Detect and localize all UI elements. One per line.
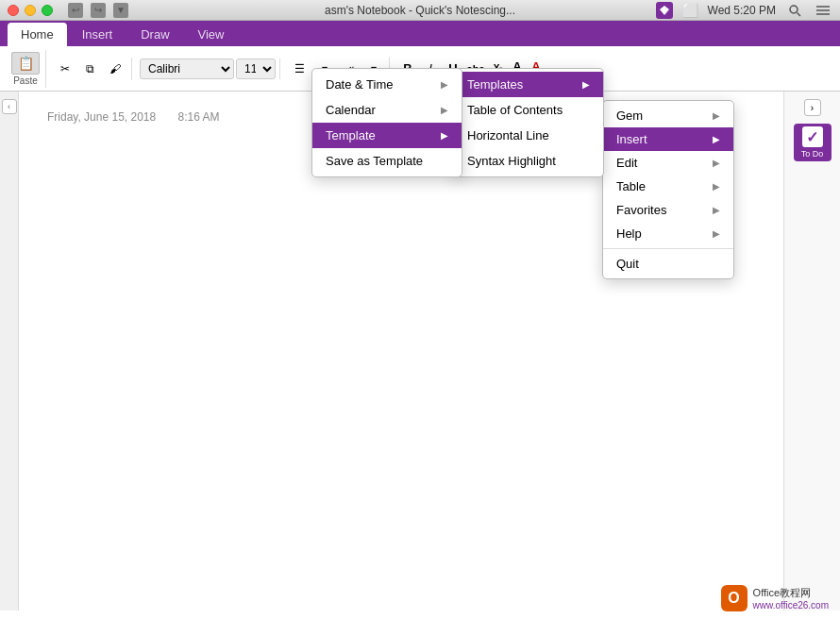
search-icon[interactable] bbox=[785, 3, 804, 18]
edit-label: Edit bbox=[616, 156, 637, 170]
ribbon-area: Home Insert Draw View bbox=[0, 21, 840, 46]
bullet-list-button[interactable]: ☰ bbox=[288, 58, 311, 80]
font-size-select[interactable]: 11 bbox=[236, 59, 276, 79]
paste-label: Paste bbox=[13, 75, 38, 86]
right-panel-toggle[interactable]: › bbox=[804, 99, 821, 116]
help-arrow-icon: ▶ bbox=[713, 228, 720, 239]
menu-item-save-as-template[interactable]: Save as Template bbox=[312, 148, 462, 174]
ribbon-tabs: Home Insert Draw View bbox=[0, 21, 840, 46]
font-family-select[interactable]: Calibri bbox=[140, 59, 234, 79]
menu-item-template[interactable]: Template ▶ bbox=[312, 123, 462, 148]
todo-label: To Do bbox=[801, 149, 824, 159]
note-date: Friday, June 15, 2018 bbox=[47, 110, 156, 124]
clipboard-group: ✂ ⧉ 🖌 bbox=[50, 58, 132, 80]
font-group: Calibri 11 bbox=[136, 59, 280, 79]
quit-label: Quit bbox=[616, 257, 639, 271]
insert-submenu[interactable]: Date & Time ▶ Calendar ▶ Template ▶ Save… bbox=[311, 68, 462, 177]
watermark-url: www.office26.com bbox=[753, 600, 829, 611]
calendar-label: Calendar bbox=[326, 103, 376, 117]
note-time: 8:16 AM bbox=[178, 110, 220, 124]
insert-label: Insert bbox=[616, 132, 647, 146]
datetime-arrow-icon: ▶ bbox=[441, 79, 448, 90]
templates-submenu[interactable]: Templates ▶ Table of Contents Horizontal… bbox=[453, 68, 604, 177]
toc-label: Table of Contents bbox=[467, 103, 563, 117]
menu-item-templates[interactable]: Templates ▶ bbox=[454, 72, 603, 97]
format-painter-button[interactable]: 🖌 bbox=[103, 58, 127, 80]
titlebar: ↩ ↪ ▼ asm's Notebook - Quick's Notescing… bbox=[0, 0, 840, 21]
watermark: O Office教程网 www.office26.com bbox=[721, 585, 829, 611]
office-icon: O bbox=[721, 585, 748, 611]
titlebar-left: ↩ ↪ ▼ bbox=[8, 3, 128, 18]
menu-item-datetime[interactable]: Date & Time ▶ bbox=[312, 72, 462, 97]
svg-marker-0 bbox=[660, 6, 669, 15]
collapse-icon[interactable]: ‹ bbox=[2, 99, 17, 114]
gem-icon[interactable] bbox=[656, 2, 673, 19]
maximize-button[interactable] bbox=[42, 5, 53, 16]
menu-item-quit[interactable]: Quit bbox=[603, 252, 733, 276]
menu-item-table-of-contents[interactable]: Table of Contents bbox=[454, 97, 603, 123]
favorites-label: Favorites bbox=[616, 203, 666, 217]
titlebar-controls: ↩ ↪ ▼ bbox=[68, 3, 128, 18]
tab-view[interactable]: View bbox=[185, 23, 238, 46]
favorites-arrow-icon: ▶ bbox=[713, 205, 720, 215]
menu-item-gem[interactable]: Gem ▶ bbox=[603, 104, 733, 127]
menu-item-edit[interactable]: Edit ▶ bbox=[603, 151, 733, 175]
todo-button[interactable]: ✓ To Do bbox=[794, 124, 832, 161]
save-as-template-label: Save as Template bbox=[326, 154, 423, 168]
tab-insert[interactable]: Insert bbox=[69, 23, 126, 46]
menu-item-help[interactable]: Help ▶ bbox=[603, 222, 733, 245]
watermark-info: Office教程网 www.office26.com bbox=[753, 586, 829, 611]
tab-home[interactable]: Home bbox=[8, 23, 67, 46]
help-label: Help bbox=[616, 226, 642, 241]
table-arrow-icon: ▶ bbox=[713, 181, 720, 192]
template-arrow-icon: ▶ bbox=[441, 130, 448, 141]
menu-item-favorites[interactable]: Favorites ▶ bbox=[603, 198, 733, 222]
todo-check-icon: ✓ bbox=[802, 126, 823, 147]
menu-icon[interactable] bbox=[814, 3, 832, 18]
undo-icon[interactable]: ↩ bbox=[68, 3, 83, 18]
syntax-highlight-label: Syntax Highlight bbox=[467, 154, 556, 168]
left-panel-toggle[interactable]: ‹ bbox=[0, 92, 19, 611]
close-button[interactable] bbox=[8, 5, 19, 16]
cut-button[interactable]: ✂ bbox=[54, 58, 76, 80]
insert-arrow-icon: ▶ bbox=[713, 134, 720, 144]
gem-arrow-icon: ▶ bbox=[713, 110, 720, 121]
calendar-arrow-icon: ▶ bbox=[441, 105, 448, 115]
redo-icon[interactable]: ↪ bbox=[91, 3, 106, 18]
svg-point-1 bbox=[790, 6, 798, 13]
right-panel: › ✓ To Do bbox=[783, 92, 840, 611]
gem-label: Gem bbox=[616, 109, 643, 123]
templates-label: Templates bbox=[467, 77, 523, 92]
dropdown-icon[interactable]: ▼ bbox=[113, 3, 128, 18]
menu-item-insert[interactable]: Insert ▶ bbox=[603, 127, 733, 151]
copy-button[interactable]: ⧉ bbox=[78, 58, 101, 80]
tab-draw[interactable]: Draw bbox=[127, 23, 182, 46]
watermark-site: Office教程网 bbox=[753, 586, 829, 600]
monitor-icon[interactable]: ⬜ bbox=[682, 3, 698, 18]
minimize-button[interactable] bbox=[25, 5, 36, 16]
menu-item-syntax-highlight[interactable]: Syntax Highlight bbox=[454, 148, 603, 174]
horizontal-line-label: Horizontal Line bbox=[467, 128, 549, 142]
menu-divider bbox=[603, 248, 733, 249]
svg-line-2 bbox=[798, 12, 801, 16]
insert-context-menu[interactable]: Gem ▶ Insert ▶ Edit ▶ Table ▶ Favorites … bbox=[602, 100, 734, 279]
window-title: asm's Notebook - Quick's Notescing... bbox=[325, 4, 515, 17]
datetime-label: Date & Time bbox=[326, 77, 394, 92]
titlebar-right: ⬜ Wed 5:20 PM bbox=[656, 2, 832, 19]
paste-button[interactable]: 📋 Paste bbox=[6, 50, 46, 88]
edit-arrow-icon: ▶ bbox=[713, 158, 720, 168]
menu-item-table[interactable]: Table ▶ bbox=[603, 175, 733, 198]
system-time: Wed 5:20 PM bbox=[708, 4, 776, 17]
menu-item-horizontal-line[interactable]: Horizontal Line bbox=[454, 123, 603, 148]
table-label: Table bbox=[616, 179, 646, 193]
menu-item-calendar[interactable]: Calendar ▶ bbox=[312, 97, 462, 123]
templates-arrow-icon: ▶ bbox=[582, 79, 590, 90]
paste-icon: 📋 bbox=[11, 52, 40, 75]
template-label: Template bbox=[326, 128, 376, 142]
